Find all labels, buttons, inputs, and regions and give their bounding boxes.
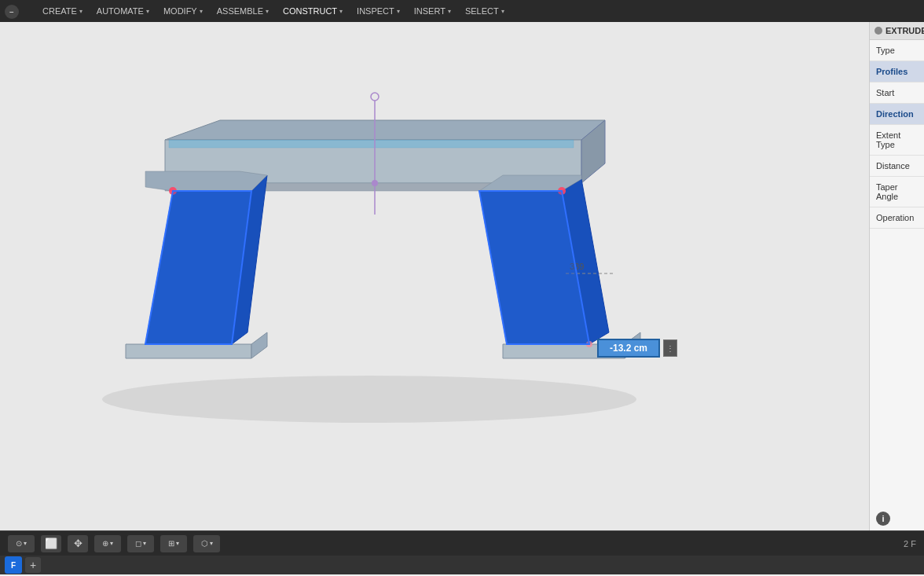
orbit-button[interactable]: ⊙▾ [8,535,35,552]
svg-point-25 [372,180,378,186]
panel-row-direction[interactable]: Direction [870,104,924,125]
extrude-header-icon [874,27,882,35]
svg-marker-13 [251,332,267,358]
3d-model: 339 [79,61,668,438]
panel-row-distance[interactable]: Distance [870,156,924,177]
svg-marker-5 [169,140,574,148]
fit-button[interactable]: ⬜ [41,535,61,552]
zoom-button[interactable]: ⊕▾ [94,535,121,552]
svg-marker-8 [145,171,267,191]
extrude-panel: EXTRUDE Type Profiles Start Direction Ex… [869,22,924,530]
dimension-input-container: -13.2 cm ⋮ [597,339,677,358]
dimension-menu-button[interactable]: ⋮ [663,339,677,357]
frames-label: 2 F [904,539,916,548]
info-row: i [870,507,924,530]
panel-row-extent-type[interactable]: Extent Type [870,125,924,156]
panel-row-taper-angle[interactable]: Taper Angle [870,177,924,207]
menu-create[interactable]: CREATE▾ [36,3,89,19]
panel-row-type[interactable]: Type [870,40,924,61]
svg-marker-1 [165,120,605,140]
panel-row-profiles[interactable]: Profiles [870,61,924,83]
extrude-header: EXTRUDE [870,22,924,40]
app-logo[interactable]: F [5,556,22,574]
3d-viewport[interactable]: 339 -13.2 cm ⋮ [0,22,869,530]
menu-automate[interactable]: AUTOMATE▾ [90,3,156,19]
menu-insert[interactable]: INSERT▾ [408,3,457,19]
main-area: 339 -13.2 cm ⋮ EXTRUDE Type Profiles S [0,22,924,530]
info-button[interactable]: i [876,512,890,526]
menu-inspect[interactable]: INSPECT▾ [350,3,406,19]
bottom-bar: F + [0,556,924,574]
menu-modify[interactable]: MODIFY▾ [157,3,209,19]
dimension-input[interactable]: -13.2 cm [597,339,660,358]
svg-point-24 [371,93,379,101]
svg-marker-22 [145,191,251,344]
svg-marker-12 [126,344,251,358]
view-cube-button[interactable]: ⬡▾ [193,535,220,552]
extrude-title: EXTRUDE [886,26,924,35]
menu-select[interactable]: SELECT▾ [459,3,511,19]
status-bar: ⊙▾ ⬜ ✥ ⊕▾ ◻▾ ⊞▾ ⬡▾ 2 F [0,530,924,556]
panel-row-start[interactable]: Start [870,83,924,104]
collapse-button[interactable]: − [5,5,19,19]
menu-construct[interactable]: CONSTRUCT▾ [277,3,349,19]
svg-point-0 [102,376,636,423]
grid-button[interactable]: ⊞▾ [160,535,187,552]
menu-assemble[interactable]: ASSEMBLE▾ [211,3,275,19]
pan-button[interactable]: ✥ [68,535,88,552]
menu-bar: − CREATE▾ AUTOMATE▾ MODIFY▾ ASSEMBLE▾ CO… [0,0,924,22]
display-mode-button[interactable]: ◻▾ [127,535,154,552]
add-button[interactable]: + [25,557,41,573]
panel-row-operation[interactable]: Operation [870,207,924,229]
